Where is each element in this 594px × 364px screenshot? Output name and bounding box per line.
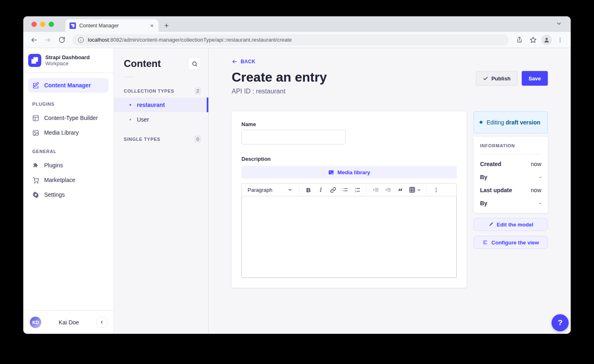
back-nav-icon[interactable]	[28, 34, 40, 46]
sidebar-item-media-library[interactable]: Media Library	[28, 125, 109, 140]
chevron-down-icon	[417, 188, 421, 192]
media-library-button[interactable]: Media library	[241, 166, 457, 178]
info-row-updated-by: By -	[480, 200, 541, 206]
main-sidebar: Strapi Dashboard Workplace Content Manag…	[23, 48, 114, 334]
strapi-favicon-icon	[69, 22, 76, 29]
sidebar-item-marketplace[interactable]: Marketplace	[28, 173, 109, 187]
outdent-icon[interactable]	[382, 184, 394, 195]
url-path: :8082/admin/content-manager/collectionTy…	[109, 37, 292, 43]
toolbar-separator	[299, 186, 299, 194]
sidebar-section-plugins: PLUGINS	[32, 102, 109, 107]
tab-search-chevron-icon[interactable]	[556, 21, 562, 27]
edit-model-button[interactable]: Edit the model	[473, 218, 548, 231]
name-field-label: Name	[241, 121, 457, 127]
single-types-header: SINGLE TYPES 0	[114, 133, 208, 146]
sidebar-section-general: GENERAL	[32, 149, 109, 154]
subnav-title: Content	[124, 58, 161, 69]
media-library-label: Media library	[337, 169, 370, 175]
more-options-icon[interactable]	[430, 184, 442, 195]
help-button[interactable]: ?	[552, 314, 569, 331]
bullet-list-icon[interactable]	[339, 184, 351, 195]
collection-types-count-badge: 2	[194, 87, 201, 95]
user-avatar[interactable]: KD	[30, 317, 41, 328]
indent-icon[interactable]	[370, 184, 382, 195]
info-row-created-by: By -	[480, 174, 541, 180]
group-label: SINGLE TYPES	[124, 137, 161, 142]
browser-tab-strip: Content Manager × +	[23, 16, 571, 32]
back-link[interactable]: BACK	[232, 59, 255, 64]
entry-form-card: Name Description Media library	[232, 111, 467, 288]
bullet-dot-icon	[130, 119, 131, 120]
sidebar-footer: KD Kai Doe	[23, 310, 114, 334]
minimize-window-button[interactable]	[40, 22, 45, 27]
configure-filter-icon	[482, 240, 488, 245]
browser-menu-icon[interactable]	[554, 34, 566, 46]
draft-status-box: Editing draft version	[473, 111, 548, 133]
info-row-last-update: Last update now	[480, 187, 541, 193]
subnav-item-label: restaurant	[137, 102, 165, 108]
rich-text-editor[interactable]	[241, 196, 457, 278]
strapi-app: Strapi Dashboard Workplace Content Manag…	[23, 48, 571, 334]
collection-types-header: COLLECTION TYPES 2	[114, 84, 208, 98]
reload-icon[interactable]	[56, 34, 67, 46]
browser-tab[interactable]: Content Manager ×	[65, 19, 159, 32]
subnav-item-restaurant[interactable]: restaurant	[114, 98, 208, 112]
publish-button[interactable]: Publish	[476, 71, 518, 86]
tab-title: Content Manager	[79, 23, 146, 29]
search-button[interactable]	[188, 57, 201, 70]
status-dot-icon	[480, 121, 482, 124]
window-controls	[31, 22, 54, 27]
sidebar-item-label: Content-Type Builder	[44, 115, 98, 121]
single-types-count-badge: 0	[194, 135, 201, 143]
information-title: INFORMATION	[480, 143, 541, 148]
collapse-sidebar-button[interactable]	[96, 317, 107, 328]
publish-label: Publish	[491, 75, 511, 82]
info-row-created: Created now	[480, 161, 541, 167]
tab-close-icon[interactable]: ×	[150, 22, 154, 29]
back-label: BACK	[241, 59, 255, 64]
browser-profile-avatar[interactable]	[541, 35, 552, 45]
main-content: BACK Create an entry API ID : restaurant…	[209, 48, 571, 334]
bold-icon[interactable]: B	[303, 184, 314, 195]
configure-view-button[interactable]: Configure the view	[473, 236, 548, 249]
edit-pencil-icon	[32, 82, 39, 89]
block-style-select[interactable]: Paragraph	[244, 184, 296, 195]
table-icon[interactable]	[407, 184, 423, 195]
new-tab-button[interactable]: +	[164, 21, 169, 30]
name-input[interactable]	[241, 130, 346, 144]
sidebar-item-plugins[interactable]: Plugins	[28, 158, 109, 173]
sidebar-nav: Content Manager PLUGINS Content-Type Bui…	[23, 73, 114, 310]
workspace-switcher[interactable]: Strapi Dashboard Workplace	[23, 48, 114, 73]
sidebar-item-settings[interactable]: Settings	[28, 187, 109, 202]
share-icon[interactable]	[514, 34, 525, 46]
cart-icon	[32, 177, 39, 184]
search-icon	[192, 61, 198, 67]
maximize-window-button[interactable]	[49, 22, 54, 27]
strapi-logo	[28, 54, 41, 67]
blockquote-icon[interactable]: “	[395, 184, 406, 195]
subnav-item-user[interactable]: User	[114, 112, 208, 127]
image-icon	[32, 129, 39, 136]
check-icon	[483, 76, 488, 81]
configure-view-label: Configure the view	[491, 240, 539, 246]
close-window-button[interactable]	[31, 22, 37, 27]
italic-icon[interactable]: I	[315, 184, 326, 195]
app-name: Strapi Dashboard	[45, 54, 89, 61]
sidebar-item-content-type-builder[interactable]: Content-Type Builder	[28, 111, 109, 125]
sidebar-item-label: Content Manager	[44, 82, 91, 89]
sidebar-item-content-manager[interactable]: Content Manager	[28, 78, 109, 93]
bookmark-star-icon[interactable]	[527, 34, 539, 46]
url-bar[interactable]: i localhost:8082/admin/content-manager/c…	[72, 34, 509, 46]
edit-pencil-icon	[488, 222, 494, 227]
link-icon[interactable]	[327, 184, 339, 195]
image-icon	[328, 169, 334, 175]
arrow-left-icon	[232, 59, 237, 64]
edit-model-label: Edit the model	[497, 222, 534, 228]
save-button[interactable]: Save	[522, 71, 548, 86]
gear-icon	[32, 191, 39, 198]
forward-nav-icon[interactable]	[42, 34, 54, 46]
numbered-list-icon[interactable]: 12	[352, 184, 363, 195]
information-card: INFORMATION Created now By - L	[473, 137, 548, 213]
api-id-subtitle: API ID : restaurant	[232, 88, 327, 95]
site-info-icon[interactable]: i	[78, 37, 84, 43]
